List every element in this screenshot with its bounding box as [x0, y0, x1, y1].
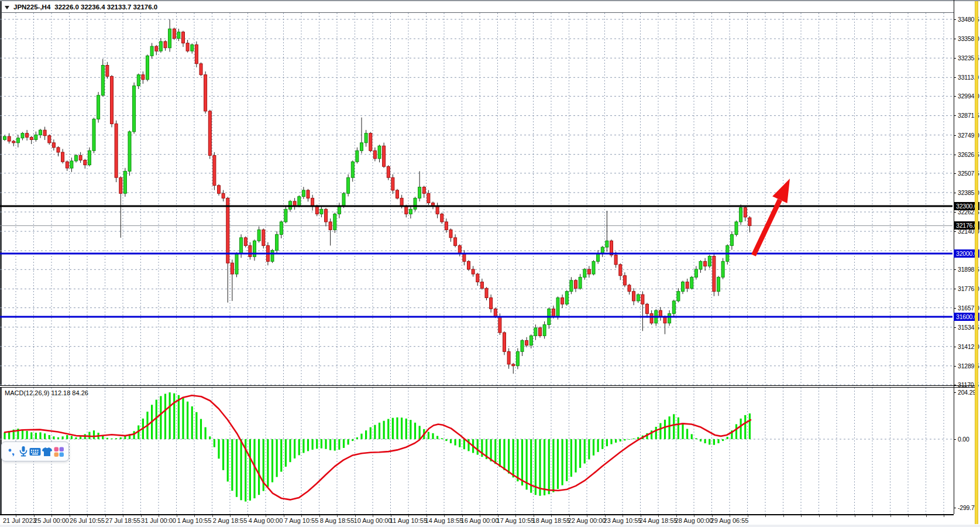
time-label: 22 Aug 00:00 — [568, 517, 606, 524]
time-label: 8 Aug 18:55 — [320, 517, 355, 524]
time-label: 7 Aug 10:55 — [284, 517, 319, 524]
time-label: 29 Aug 06:55 — [711, 517, 749, 524]
macd-axis-tick — [954, 508, 956, 508]
microphone-icon[interactable] — [18, 446, 29, 457]
pen-icon[interactable] — [6, 446, 18, 457]
ohlc-values: 32226.0 32236.4 32133.7 32176.0 — [54, 4, 157, 11]
keyboard-icon[interactable] — [29, 446, 41, 457]
chart-info-bar: JPN225-,H4 32226.0 32236.4 32133.7 32176… — [5, 3, 157, 11]
time-axis-tick — [872, 515, 873, 517]
time-label: 25 Jul 00:00 — [34, 517, 69, 524]
price-axis-tick — [954, 77, 956, 78]
time-axis-tick — [944, 515, 944, 517]
price-axis-tick — [954, 135, 956, 136]
trend-arrow[interactable] — [754, 179, 790, 255]
time-label: 1 Aug 10:55 — [177, 517, 212, 524]
time-axis-tick — [908, 515, 909, 517]
price-axis-tick — [954, 39, 956, 39]
time-axis-tick — [783, 515, 784, 517]
time-label: 11 Aug 10:55 — [390, 517, 427, 524]
price-axis-tick — [954, 19, 956, 20]
price-axis-tick — [954, 347, 956, 347]
macd-axis-tick — [954, 439, 956, 440]
price-axis-tick — [954, 289, 956, 289]
time-axis-tick — [765, 515, 766, 517]
time-axis-tick — [801, 515, 802, 517]
macd-indicator-label: MACD(12,26,9) 112.18 84.26 — [5, 389, 88, 396]
price-axis-tick — [954, 366, 956, 367]
macd-axis-tick — [954, 392, 956, 393]
time-axis-tick — [819, 515, 820, 517]
price-axis-tick — [954, 327, 956, 328]
time-label: 17 Aug 10:55 — [497, 517, 535, 524]
time-axis-tick — [890, 515, 891, 517]
time-label: 24 Aug 18:55 — [639, 517, 678, 524]
yellow-edge-stripe — [975, 1, 978, 524]
price-axis[interactable]: 33480.533358.033235.533113.032994.032871… — [954, 0, 975, 514]
price-axis-tick — [954, 173, 956, 174]
time-axis[interactable]: 21 Jul 202325 Jul 00:0026 Jul 10:5527 Ju… — [0, 515, 975, 525]
symbol-period-label: JPN225-,H4 — [13, 4, 50, 11]
time-label: 2 Aug 18:55 — [213, 517, 247, 524]
macd-scale-label: 204.29 — [958, 389, 976, 396]
time-label: 16 Aug 00:00 — [461, 517, 499, 524]
candlestick-series — [4, 19, 751, 374]
time-label: 14 Aug 18:55 — [425, 517, 463, 524]
grid-icon[interactable] — [53, 446, 64, 457]
price-axis-tick — [954, 269, 956, 270]
time-axis-tick — [855, 515, 855, 517]
time-label: 31 Jul 00:00 — [141, 517, 176, 524]
time-label: 21 Jul 2023 — [3, 517, 36, 524]
price-axis-tick — [954, 115, 956, 116]
price-axis-tick — [954, 308, 956, 309]
price-axis-tick — [954, 193, 956, 193]
time-label: 27 Jul 18:55 — [105, 517, 140, 524]
macd-histogram — [5, 392, 749, 501]
main-price-chart[interactable] — [0, 0, 954, 386]
price-axis-tick — [954, 58, 956, 59]
price-axis-tick — [954, 96, 956, 97]
time-label: 10 Aug 00:00 — [354, 517, 392, 524]
macd-scale-label: 0.00 — [958, 436, 969, 443]
symbol-dropdown-icon[interactable] — [5, 6, 9, 9]
price-axis-tick — [954, 231, 956, 232]
time-label: 18 Aug 18:55 — [532, 517, 570, 524]
bottom-strip — [0, 525, 980, 527]
time-axis-tick — [837, 515, 837, 517]
price-axis-tick — [954, 155, 956, 155]
clothing-icon[interactable] — [41, 446, 53, 457]
time-axis-tick — [926, 515, 927, 517]
macd-indicator-pane[interactable] — [0, 388, 954, 514]
time-label: 4 Aug 00:00 — [249, 517, 283, 524]
floating-input-toolbar[interactable] — [1, 442, 69, 461]
price-axis-tick — [954, 385, 956, 385]
trading-terminal-chart-window: { "info_bar": { "symbol_period": "JPN225… — [0, 0, 980, 527]
macd-signal-line — [5, 395, 751, 499]
price-axis-tick — [954, 212, 956, 213]
time-label: 28 Aug 00:00 — [675, 517, 713, 524]
chart-top-border — [2, 12, 954, 13]
time-label: 26 Jul 10:55 — [70, 517, 105, 524]
time-label: 23 Aug 10:55 — [604, 517, 642, 524]
